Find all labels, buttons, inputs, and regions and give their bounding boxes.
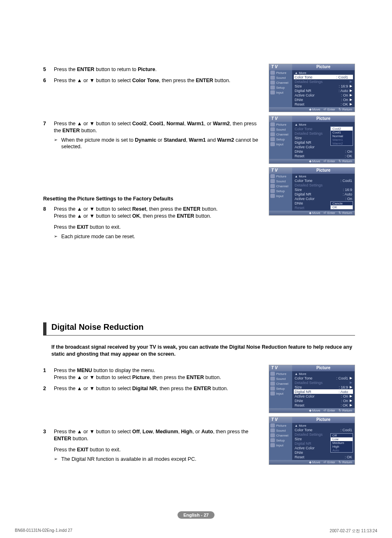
chevron-right-icon: ▶ <box>350 381 352 384</box>
page-number: English - 27 <box>0 513 392 517</box>
chevron-right-icon: ▶ <box>350 394 352 398</box>
osd-side-item: Input <box>269 391 292 396</box>
osd-row: Size: 16:9 <box>294 187 353 192</box>
menu-category-icon <box>270 194 275 198</box>
osd-side-item: Sound <box>269 127 292 132</box>
menu-category-icon <box>270 132 275 136</box>
footer: BN68-01131N-02Eng-1.indd 27 2007-02-27 오… <box>15 528 377 534</box>
chevron-right-icon: ▶ <box>350 385 352 389</box>
osd-row: Color Tone: Cool1▶ <box>294 376 353 380</box>
menu-category-icon <box>270 372 275 376</box>
osd-row: Color Tone: Cool1▶ <box>294 75 353 79</box>
osd-row: Reset: OK▶ <box>294 403 353 407</box>
step-6: 6Press the ▲ or ▼ button to select Color… <box>43 77 265 84</box>
chevron-right-icon: ▶ <box>350 403 352 407</box>
step-2-dnr: 2Press the ▲ or ▼ button to select Digit… <box>43 385 265 392</box>
chevron-right-icon: ▶ <box>350 89 352 92</box>
osd-popup-option: Auto <box>331 448 353 452</box>
osd-row: Active Color: On▶ <box>294 93 353 97</box>
osd-menu: T VPicturePictureSoundChannelSetupInput▲… <box>269 167 355 216</box>
chevron-right-icon: ▶ <box>350 102 352 106</box>
osd-popup-option: Cancle <box>331 202 353 205</box>
chevron-right-icon: ▶ <box>350 390 352 393</box>
osd-popup: CancleOK <box>330 201 353 209</box>
menu-category-icon <box>270 142 275 146</box>
menu-category-icon <box>270 189 275 193</box>
menu-category-icon <box>270 76 275 80</box>
osd-row: Digital NR: Auto▶ <box>294 88 353 93</box>
menu-category-icon <box>270 179 275 183</box>
chevron-right-icon: ▶ <box>350 98 352 101</box>
osd-side-item: Sound <box>269 75 292 80</box>
osd-side-item: Setup <box>269 189 292 193</box>
menu-category-icon <box>270 184 275 188</box>
osd-row: Active Color: On▶ <box>294 394 353 398</box>
osd-row: Color Tone: Cool1 <box>294 428 353 432</box>
osd-popup-option: Warm2 <box>331 142 353 145</box>
osd-row: Reset: OK <box>294 455 353 459</box>
osd-row: Detailed Settings <box>294 183 353 187</box>
osd-popup-option: Medium <box>331 441 353 445</box>
menu-category-icon <box>270 391 275 395</box>
reset-heading: Resetting the Picture Settings to the Fa… <box>43 195 265 202</box>
menu-category-icon <box>270 438 275 442</box>
osd-row: Active Color: On <box>294 196 353 201</box>
osd-row: DNIe: On▶ <box>294 398 353 403</box>
text-column: 5Press the ENTER button to return to Pic… <box>43 64 265 244</box>
osd-side-item: Channel <box>269 381 292 386</box>
osd-row: Digital NR: Auto <box>294 192 353 196</box>
osd-row: Size: 16:9▶ <box>294 84 353 88</box>
osd-popup: Cool2Cool1NormalWarm1Warm2 <box>330 126 353 146</box>
chevron-right-icon: ▶ <box>350 376 352 380</box>
menu-category-icon <box>270 137 275 141</box>
menu-category-icon <box>270 71 275 75</box>
menu-category-icon <box>270 428 275 432</box>
osd-side-item: Picture <box>269 70 292 75</box>
menu-category-icon <box>270 423 275 428</box>
osd-row: Color Tone: Cool1 <box>294 178 353 183</box>
menu-category-icon <box>270 174 275 178</box>
osd-menu: T VPicturePictureSoundChannelSetupInput▲… <box>269 64 355 112</box>
step-5: 5Press the ENTER button to return to Pic… <box>43 66 265 73</box>
osd-popup-option: High <box>331 445 353 448</box>
osd-menu: T VPicturePictureSoundChannelSetupInput▲… <box>269 416 355 465</box>
osd-row: Digital NR: Auto▶ <box>294 389 353 394</box>
menu-category-icon <box>270 90 275 94</box>
menu-category-icon <box>270 433 275 437</box>
osd-popup-option: Normal <box>331 134 353 138</box>
osd-row: Detailed Settings▶ <box>294 79 353 84</box>
menu-category-icon <box>270 382 275 386</box>
osd-side-item: Channel <box>269 132 292 137</box>
chevron-right-icon: ▶ <box>350 75 352 79</box>
osd-side-item: Input <box>269 443 292 448</box>
osd-side-item: Setup <box>269 85 292 90</box>
step-1-dnr: 1Press the MENU button to display the me… <box>43 367 265 381</box>
osd-popup-option: Cool1 <box>331 131 353 134</box>
osd-row: DNIe: On <box>294 149 353 154</box>
osd-popup-option: Low <box>331 437 353 441</box>
osd-menu: T VPicturePictureSoundChannelSetupInput▲… <box>269 365 355 413</box>
menu-category-icon <box>270 85 275 90</box>
osd-popup-option: Cool2 <box>331 127 353 131</box>
menu-category-icon <box>270 80 275 85</box>
osd-side-item: Picture <box>269 174 292 179</box>
step-3-dnr: 3 Press the ▲ or ▼ button to select Off,… <box>43 428 265 463</box>
osd-row: Size: 16:9▶ <box>294 385 353 389</box>
osd-side-item: Picture <box>269 122 292 127</box>
feature-title: Digital Noise Reduction <box>43 322 355 336</box>
chevron-right-icon: ▶ <box>350 93 352 97</box>
osd-side-item: Picture <box>269 423 292 428</box>
osd-row: DNIe: On▶ <box>294 97 353 102</box>
osd-side-item: Input <box>269 193 292 198</box>
osd-menu: T VPicturePictureSoundChannelSetupInput▲… <box>269 115 355 164</box>
menu-column: T VPicturePictureSoundChannelSetupInput▲… <box>269 64 355 244</box>
osd-side-item: Setup <box>269 137 292 142</box>
chevron-right-icon: ▶ <box>350 80 352 83</box>
osd-side-item: Sound <box>269 428 292 433</box>
osd-popup: OffLowMediumHighAuto <box>330 433 353 453</box>
feature-intro: If the broadcast signal received by your… <box>43 344 355 358</box>
menu-category-icon <box>270 443 275 447</box>
osd-side-item: Setup <box>269 386 292 391</box>
menu-category-icon <box>270 377 275 381</box>
osd-popup-option: Off <box>331 434 353 437</box>
